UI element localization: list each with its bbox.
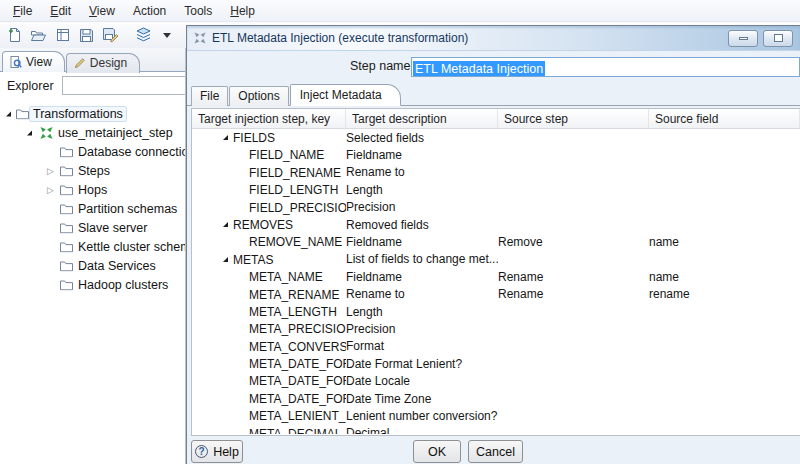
folder-icon <box>60 241 73 252</box>
save-as-icon[interactable] <box>102 27 119 44</box>
table-row-meta-decimal[interactable]: META_DECIMALDecimal <box>192 425 800 434</box>
window-minimize-button[interactable] <box>728 30 758 47</box>
etl-metadata-injection-dialog: ETL Metadata Injection (execute transfor… <box>186 25 800 464</box>
tab-design[interactable]: Design <box>66 53 140 73</box>
table-row-field-name[interactable]: FIELD_NAMEFieldname <box>192 146 800 163</box>
dialog-button-row: ? Help OK Cancel <box>187 440 800 464</box>
tree-item-steps[interactable]: ▷ Steps <box>0 161 185 180</box>
tree-item-hadoop-clusters[interactable]: Hadoop clusters <box>0 275 185 294</box>
folder-icon <box>60 165 73 176</box>
tree-item-label: Transformations <box>29 106 127 122</box>
sidebar-tab-bar: View Design <box>0 48 185 72</box>
column-header-source-field[interactable]: Source field <box>649 109 800 128</box>
tree-item-label: Kettle cluster schemas <box>78 240 186 254</box>
target-key: META_DATE_FORI <box>249 357 346 371</box>
new-file-icon[interactable] <box>6 27 23 44</box>
explorer-filter-input[interactable] <box>62 76 186 95</box>
explore-repository-icon[interactable] <box>54 27 71 44</box>
dialog-title: ETL Metadata Injection (execute transfor… <box>212 31 468 45</box>
column-header-source-step[interactable]: Source step <box>498 109 649 128</box>
tree-expander-collapsed-icon[interactable]: ▷ <box>47 185 54 194</box>
table-row-meta-date-fori[interactable]: META_DATE_FORIDate Format Lenient? <box>192 355 800 372</box>
menu-help[interactable]: Help <box>221 2 264 20</box>
target-description: Removed fields <box>346 218 498 232</box>
menu-file[interactable]: File <box>4 2 41 20</box>
target-key: FIELD_RENAME <box>249 166 341 180</box>
table-row-meta-precision[interactable]: META_PRECISIONPrecision <box>192 320 800 337</box>
dialog-tab-file[interactable]: File <box>191 86 228 106</box>
perspective-layers-icon[interactable] <box>135 27 152 44</box>
column-header-target-injection-step-key[interactable]: Target injection step, key <box>192 109 346 128</box>
tree-item-hops[interactable]: ▷ Hops <box>0 180 185 199</box>
table-row-meta-length[interactable]: META_LENGTHLength <box>192 303 800 320</box>
menu-tools[interactable]: Tools <box>175 2 221 20</box>
dialog-tab-bar: FileOptionsInject Metadata <box>187 84 800 106</box>
table-row-meta-date-fori[interactable]: META_DATE_FORIDate Locale <box>192 372 800 389</box>
tree-expander-expanded-icon[interactable] <box>6 111 11 116</box>
target-key: FIELD_LENGTH <box>249 183 338 197</box>
window-maximize-button[interactable] <box>763 30 793 47</box>
menu-edit[interactable]: Edit <box>41 2 80 20</box>
target-description: Fieldname <box>346 235 498 249</box>
target-key: META_RENAME <box>249 288 339 302</box>
table-row-meta-name[interactable]: META_NAMEFieldnameRenamename <box>192 268 800 285</box>
tree-item-label: Database connections <box>78 145 186 159</box>
table-row-remove-name[interactable]: REMOVE_NAMEFieldnameRemovename <box>192 233 800 250</box>
tree-item-slave-server[interactable]: Slave server <box>0 218 185 237</box>
tree-item-kettle-cluster-schemas[interactable]: Kettle cluster schemas <box>0 237 185 256</box>
tree-expander-expanded-icon[interactable] <box>27 130 32 135</box>
dialog-tab-options[interactable]: Options <box>229 86 288 106</box>
tree-item-partition-schemas[interactable]: Partition schemas <box>0 199 185 218</box>
target-key: REMOVES <box>233 218 293 232</box>
target-key: META_CONVERSIC <box>249 340 346 354</box>
save-icon[interactable] <box>78 27 95 44</box>
tree-item-transformations[interactable]: Transformations <box>0 104 185 123</box>
menu-bar: FileEditViewActionToolsHelp <box>0 0 800 22</box>
folder-icon <box>60 203 73 214</box>
table-row-field-rename[interactable]: FIELD_RENAMERename to <box>192 164 800 181</box>
target-description: Decimal <box>346 426 498 434</box>
menu-action[interactable]: Action <box>124 2 175 20</box>
target-description: Date Locale <box>346 374 498 388</box>
tab-view[interactable]: View <box>2 51 65 72</box>
table-row-meta-conversic[interactable]: META_CONVERSICFormat <box>192 338 800 355</box>
table-row-metas[interactable]: METASList of fields to change met... <box>192 251 800 268</box>
table-row-fields[interactable]: FIELDSSelected fields <box>192 129 800 146</box>
table-row-field-precision[interactable]: FIELD_PRECISIONPrecision <box>192 199 800 216</box>
help-icon: ? <box>195 445 208 458</box>
perspective-dropdown-caret-icon[interactable] <box>159 27 176 44</box>
cancel-button[interactable]: Cancel <box>468 440 523 463</box>
explorer-sidebar: View Design Explorer Transformations use… <box>0 48 186 464</box>
target-description: Fieldname <box>346 148 498 162</box>
table-row-removes[interactable]: REMOVESRemoved fields <box>192 216 800 233</box>
source-field: name <box>649 270 800 284</box>
step-name-label: Step name <box>350 59 410 73</box>
table-row-meta-lenient-s[interactable]: META_LENIENT_SLenient number conversion? <box>192 407 800 424</box>
step-name-input[interactable]: ETL Metadata Injection <box>411 57 800 77</box>
table-body: FIELDSSelected fieldsFIELD_NAMEFieldname… <box>192 129 800 434</box>
ok-button[interactable]: OK <box>413 440 461 463</box>
open-file-icon[interactable] <box>30 27 47 44</box>
tree-item-database-connections[interactable]: Database connections <box>0 142 185 161</box>
tree-expander-collapsed-icon[interactable]: ▷ <box>47 166 54 175</box>
design-tab-icon <box>74 57 86 69</box>
folder-icon <box>60 146 73 157</box>
column-header-target-description[interactable]: Target description <box>346 109 498 128</box>
target-key: META_DECIMAL <box>249 427 341 434</box>
table-row-meta-rename[interactable]: META_RENAMERename toRenamerename <box>192 286 800 303</box>
row-expander-icon[interactable] <box>223 135 228 140</box>
dialog-tab-inject-metadata[interactable]: Inject Metadata <box>290 84 401 106</box>
target-description: Rename to <box>346 287 498 301</box>
help-button[interactable]: ? Help <box>191 440 243 463</box>
target-key: META_PRECISION <box>249 322 346 336</box>
tree-item-data-services[interactable]: Data Services <box>0 256 185 275</box>
row-expander-icon[interactable] <box>223 222 228 227</box>
table-row-meta-date-fori[interactable]: META_DATE_FORIDate Time Zone <box>192 390 800 407</box>
table-row-field-length[interactable]: FIELD_LENGTHLength <box>192 181 800 198</box>
tree-item-use-metainject-step[interactable]: use_metainject_step <box>0 123 185 142</box>
menu-view[interactable]: View <box>80 2 124 20</box>
target-description: Selected fields <box>346 131 498 145</box>
row-expander-icon[interactable] <box>223 257 228 262</box>
dialog-metainject-icon <box>194 32 206 44</box>
target-key: META_LENGTH <box>249 305 337 319</box>
